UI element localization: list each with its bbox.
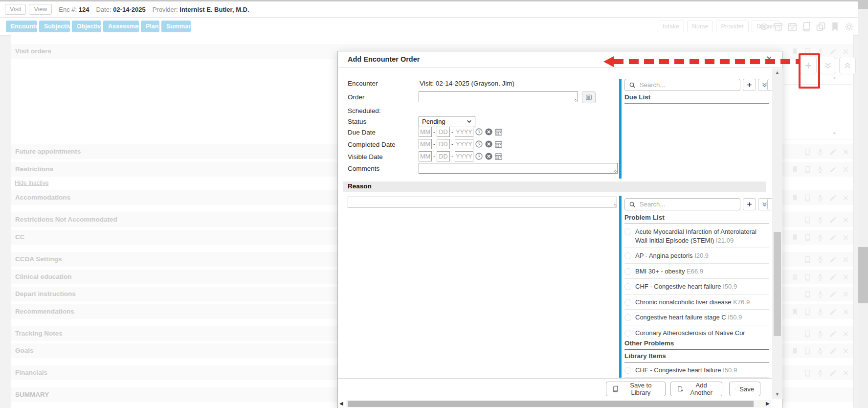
book-icon[interactable] xyxy=(804,308,811,316)
bookmark-icon[interactable] xyxy=(791,308,799,316)
dialog-vertical-scrollbar[interactable]: ▲ ▼ xyxy=(772,68,782,399)
due-date-mm-input[interactable] xyxy=(419,127,432,137)
problem-row[interactable]: CHF - Congestive heart failure I50.9 xyxy=(624,279,769,295)
book-icon[interactable] xyxy=(804,256,811,263)
microphone-icon[interactable] xyxy=(817,308,824,316)
microphone-icon[interactable] xyxy=(817,234,824,241)
order-input[interactable] xyxy=(419,91,578,102)
caret-up-icon[interactable]: ▲ xyxy=(832,75,837,80)
scroll-down-icon[interactable]: ▼ xyxy=(772,392,782,397)
pencil-icon[interactable] xyxy=(829,291,837,298)
problem-checkbox[interactable] xyxy=(624,268,631,275)
bookmark-icon[interactable] xyxy=(791,194,799,202)
delete-x-icon[interactable] xyxy=(842,256,849,263)
pencil-icon[interactable] xyxy=(829,148,837,156)
problem-checkbox[interactable] xyxy=(624,367,631,374)
completed-date-yyyy-input[interactable] xyxy=(455,139,473,149)
problem-checkbox[interactable] xyxy=(624,314,631,321)
view-button[interactable]: View xyxy=(29,4,52,15)
dialog-horizontal-scrollbar[interactable]: ◀ ▶ xyxy=(338,400,782,408)
clock-icon[interactable] xyxy=(475,128,483,136)
save-button[interactable]: Save xyxy=(729,382,760,396)
nurse-button[interactable]: Nurse xyxy=(687,21,713,32)
resize-handle[interactable] xyxy=(614,204,617,207)
pencil-icon[interactable] xyxy=(829,166,837,173)
book-icon[interactable] xyxy=(804,369,811,377)
problem-row[interactable]: Acute Myocardial Infarction of Anterolat… xyxy=(624,224,769,248)
problem-checkbox[interactable] xyxy=(624,299,631,306)
hide-inactive-link[interactable]: Hide Inactive xyxy=(15,180,48,186)
bookmark-icon[interactable] xyxy=(791,347,799,355)
calendar-icon[interactable] xyxy=(494,128,503,136)
collapse-all-button[interactable] xyxy=(839,57,856,74)
resize-handle[interactable] xyxy=(614,170,617,174)
pencil-icon[interactable] xyxy=(829,308,837,316)
book-icon[interactable] xyxy=(804,148,811,156)
tab-encounter[interactable]: Encounter xyxy=(6,21,37,32)
problem-row-clipped[interactable]: Coronary Atherosclerosis of Native Cor xyxy=(624,325,769,337)
clear-date-icon[interactable] xyxy=(485,140,493,148)
status-select[interactable]: Pending xyxy=(419,116,475,127)
microphone-icon[interactable] xyxy=(817,166,824,173)
delete-x-icon[interactable] xyxy=(842,194,849,202)
problem-checkbox[interactable] xyxy=(624,330,631,337)
problem-row[interactable]: Congestive heart failure stage C I50.9 xyxy=(624,310,769,325)
clock-icon[interactable] xyxy=(475,140,483,148)
reason-input[interactable] xyxy=(348,197,617,207)
archive-icon[interactable] xyxy=(773,22,783,32)
page-scrollbar-top[interactable] xyxy=(858,0,868,9)
calendar-icon[interactable] xyxy=(494,152,503,160)
book-icon[interactable] xyxy=(804,234,811,241)
provider-button[interactable]: Provider xyxy=(716,21,749,32)
dialog-scrollbar-thumb[interactable] xyxy=(774,232,781,336)
delete-x-icon[interactable] xyxy=(842,308,849,316)
clear-date-icon[interactable] xyxy=(485,128,493,136)
microphone-icon[interactable] xyxy=(817,256,824,263)
delete-x-icon[interactable] xyxy=(842,369,849,377)
due-date-yyyy-input[interactable] xyxy=(455,127,473,137)
pencil-icon[interactable] xyxy=(829,369,837,377)
microphone-icon[interactable] xyxy=(817,347,824,355)
problem-row[interactable]: AP - Angina pectoris I20.9 xyxy=(624,248,769,264)
due-list-search-input[interactable] xyxy=(639,81,736,89)
delete-x-icon[interactable] xyxy=(842,291,849,298)
calendar-icon[interactable] xyxy=(494,140,503,148)
book-icon[interactable] xyxy=(804,273,811,281)
trash-icon[interactable] xyxy=(791,273,799,281)
visible-date-dd-input[interactable] xyxy=(437,151,450,161)
book-icon[interactable] xyxy=(804,194,811,202)
pencil-icon[interactable] xyxy=(829,48,837,55)
microphone-icon[interactable] xyxy=(817,369,824,377)
page-scrollbar-thumb[interactable] xyxy=(858,247,868,303)
book-icon[interactable] xyxy=(804,347,811,355)
microphone-icon[interactable] xyxy=(817,291,824,298)
pencil-icon[interactable] xyxy=(829,194,837,202)
problem-row[interactable]: BMI 30+ - obesity E66.9 xyxy=(624,264,769,279)
pencil-icon[interactable] xyxy=(829,273,837,281)
book-icon[interactable] xyxy=(804,216,811,224)
scroll-left-icon[interactable]: ◀ xyxy=(339,401,343,406)
settings-gear-icon[interactable] xyxy=(844,22,854,32)
expand-all-button[interactable] xyxy=(820,57,836,74)
pencil-icon[interactable] xyxy=(829,256,837,263)
add-another-button[interactable]: Add Another xyxy=(670,382,722,396)
delete-x-icon[interactable] xyxy=(842,216,849,224)
book-icon[interactable] xyxy=(801,22,812,32)
comments-input[interactable] xyxy=(419,163,618,174)
library-item-row[interactable]: CHF - Congestive heart failure I50.9 xyxy=(624,363,769,378)
pencil-icon[interactable] xyxy=(829,216,837,224)
delete-x-icon[interactable] xyxy=(842,273,849,281)
completed-date-mm-input[interactable] xyxy=(419,139,432,149)
microphone-icon[interactable] xyxy=(817,148,824,156)
due-date-dd-input[interactable] xyxy=(437,127,450,137)
pencil-icon[interactable] xyxy=(829,234,837,241)
tab-subjective[interactable]: Subjective xyxy=(39,21,70,32)
problem-checkbox[interactable] xyxy=(624,252,631,259)
delete-x-icon[interactable] xyxy=(842,166,849,173)
visible-date-mm-input[interactable] xyxy=(419,151,432,161)
save-to-library-button[interactable]: Save to Library xyxy=(606,382,666,396)
problem-checkbox[interactable] xyxy=(624,283,631,290)
delete-x-icon[interactable] xyxy=(842,234,849,241)
scroll-up-icon[interactable]: ▲ xyxy=(772,70,782,75)
calendar-check-icon[interactable] xyxy=(787,22,798,32)
